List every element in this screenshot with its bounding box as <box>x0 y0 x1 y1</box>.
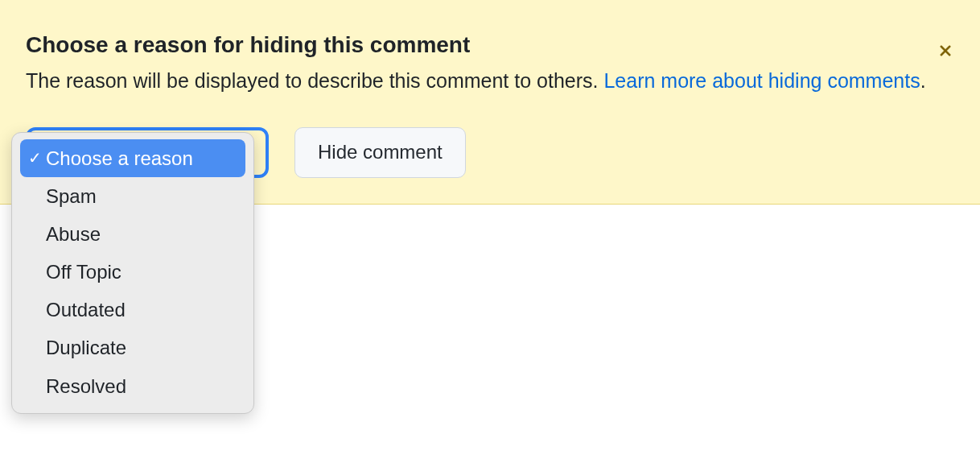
check-icon: ✓ <box>23 147 46 168</box>
dropdown-option-label: Resolved <box>46 374 126 399</box>
hide-comment-button[interactable]: Hide comment <box>294 127 466 178</box>
reason-select[interactable]: ✓ Choose a reason ✓ Spam ✓ Abuse ✓ Off T… <box>26 127 269 178</box>
dropdown-option-choose[interactable]: ✓ Choose a reason <box>20 139 245 177</box>
dropdown-option-resolved[interactable]: ✓ Resolved <box>20 367 245 405</box>
reason-dropdown-panel: ✓ Choose a reason ✓ Spam ✓ Abuse ✓ Off T… <box>11 132 254 414</box>
dropdown-option-label: Outdated <box>46 297 126 322</box>
dropdown-option-label: Duplicate <box>46 335 126 360</box>
dropdown-option-off-topic[interactable]: ✓ Off Topic <box>20 253 245 291</box>
banner-subtitle: The reason will be displayed to describe… <box>26 66 954 97</box>
hide-comment-banner: Choose a reason for hiding this comment … <box>0 0 980 205</box>
controls-row: ✓ Choose a reason ✓ Spam ✓ Abuse ✓ Off T… <box>26 127 954 178</box>
dropdown-option-abuse[interactable]: ✓ Abuse <box>20 215 245 253</box>
subtitle-text: The reason will be displayed to describe… <box>26 69 603 92</box>
learn-more-link[interactable]: Learn more about hiding comments <box>603 69 920 92</box>
dropdown-option-spam[interactable]: ✓ Spam <box>20 177 245 215</box>
banner-title: Choose a reason for hiding this comment <box>26 32 954 58</box>
subtitle-suffix: . <box>920 69 926 92</box>
dropdown-option-label: Choose a reason <box>46 146 193 171</box>
dropdown-option-label: Spam <box>46 184 97 209</box>
dropdown-option-outdated[interactable]: ✓ Outdated <box>20 291 245 329</box>
dropdown-option-label: Off Topic <box>46 259 121 284</box>
dropdown-option-duplicate[interactable]: ✓ Duplicate <box>20 329 245 366</box>
close-icon[interactable] <box>937 42 954 60</box>
dropdown-option-label: Abuse <box>46 221 101 246</box>
